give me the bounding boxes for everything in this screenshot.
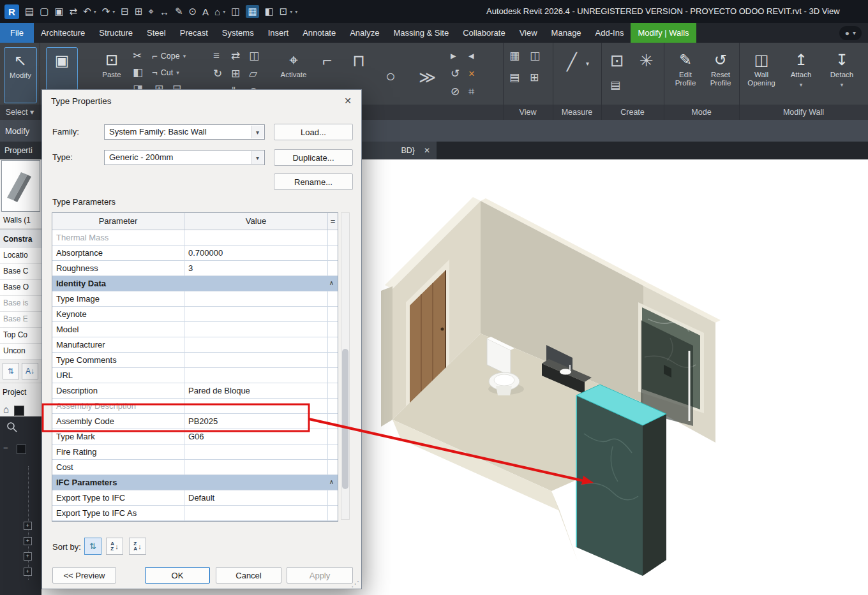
cut-profile-icon[interactable]: ⌐ [322,52,332,70]
ribbon-tab-systems[interactable]: Systems [215,23,261,43]
property-row-top-co[interactable]: Top Co [0,328,41,344]
ribbon-tab-precast[interactable]: Precast [173,23,215,43]
preview-button[interactable]: << Preview [52,567,116,584]
modify-select-button[interactable]: ↖ Modify [4,47,37,103]
ribbon-tab-insert[interactable]: Insert [261,23,296,43]
assoc-toggle-fire-rating[interactable] [328,444,338,459]
qat-customize-icon[interactable]: ▾ [295,9,297,15]
ribbon-tab-structure[interactable]: Structure [92,23,140,43]
reset-profile-button[interactable]: ↺ Reset Profile [705,47,737,103]
assoc-toggle-assembly-code[interactable] [328,414,338,429]
panel-label-measure[interactable]: Measure [553,105,601,120]
param-value-thermal-mass[interactable] [184,230,328,245]
close-hidden-icon[interactable]: ◧ [265,6,274,17]
ribbon-tab-analyze[interactable]: Analyze [343,23,386,43]
switch-windows-icon[interactable]: ⊡ [280,6,288,17]
family-select[interactable]: System Family: Basic Wall ▾ [104,124,265,140]
undo-icon[interactable]: ↶ [83,6,91,17]
home-dropdown-icon[interactable]: ▾ [223,9,225,15]
legend-component-icon[interactable]: ▤ [610,80,620,91]
print-icon[interactable]: ⊟ [121,6,129,17]
section-box-icon[interactable]: ◫ [530,50,540,62]
param-row-thermal-mass[interactable]: Thermal Mass [52,230,338,246]
section-icon[interactable]: ◫ [231,6,240,17]
resize-grip[interactable]: ⋰ [351,579,359,589]
offset-icon[interactable]: ⇄ [231,50,240,62]
ribbon-tab-modify-walls[interactable]: Modify | Walls [631,23,696,43]
param-value-assembly-code[interactable]: PB2025 [184,414,328,429]
param-value-fire-rating[interactable] [184,444,328,459]
wall-arrows-icon[interactable]: ≫ [419,68,436,86]
param-row-cost[interactable]: Cost [52,460,338,475]
param-row-url[interactable]: URL [52,368,338,383]
assoc-toggle-thermal-mass[interactable] [328,230,338,245]
sort-ascending-button[interactable]: AZ ↓ [106,538,123,555]
revit-logo[interactable]: R [4,4,19,19]
array-icon[interactable]: ⊞ [231,68,240,80]
dialog-titlebar[interactable]: Type Properties ✕ [42,90,361,112]
cope-button[interactable]: ⌐ Cope ▾ [152,50,186,61]
account-menu[interactable]: ●▾ [839,26,862,40]
property-row-locatio[interactable]: Locatio [0,248,41,264]
param-row-fire-rating[interactable]: Fire Rating [52,444,338,460]
thin-lines-icon[interactable]: ▦ [246,5,258,18]
rotate-icon[interactable]: ↻ [213,68,222,80]
ribbon-tab-architecture[interactable]: Architecture [34,23,92,43]
type-select[interactable]: Generic - 200mm ▾ [104,150,265,165]
param-value-manufacturer[interactable] [184,337,328,352]
cut-geometry-button[interactable]: ¬ Cut ▾ [152,67,179,78]
ribbon-tab-file[interactable]: File [0,23,34,43]
collapse-icon[interactable]: − [3,443,8,453]
param-row-type-image[interactable]: Type Image [52,291,338,307]
thin-lines-view-icon[interactable]: ▦ [509,50,520,62]
property-row-base-o[interactable]: Base O [0,280,41,296]
panel-label-create[interactable]: Create [601,105,664,120]
param-value-type-mark[interactable]: G06 [184,429,328,444]
switch-dropdown-icon[interactable]: ▾ [290,9,292,15]
pattern-icon[interactable]: ⌗ [468,86,475,98]
wall-opening-button[interactable]: ◫ Wall Opening [743,47,780,103]
param-value-type-comments[interactable] [184,353,328,367]
param-value-model[interactable] [184,322,328,337]
text-icon[interactable]: A [202,6,209,17]
tree-node-icon[interactable] [17,444,26,454]
assoc-toggle-absorptance[interactable] [328,246,338,260]
apply-button[interactable]: Apply [287,567,353,584]
cancel-button[interactable]: Cancel [216,567,281,584]
sort-alpha-icon[interactable]: A↓ [22,363,38,379]
param-value-keynote[interactable] [184,307,328,321]
visibility-graphics-icon[interactable]: ▤ [509,72,520,84]
dimension-icon[interactable]: ↔ [160,6,169,17]
copy-to-clipboard-icon[interactable]: ◧ [133,67,143,78]
param-value-description[interactable]: Pared de Bloque [184,383,328,398]
assoc-toggle-url[interactable] [328,368,338,383]
demolish-icon[interactable]: ○ [385,67,396,85]
table-scrollbar[interactable] [341,212,350,520]
reveal-hidden-icon[interactable]: ⊞ [530,72,539,84]
shorten-icon[interactable]: ◂ [468,50,474,62]
disallow-join-icon[interactable]: ⊘ [451,86,460,98]
property-row-base-e[interactable]: Base E [0,312,41,328]
param-value-roughness[interactable]: 3 [184,261,328,275]
project-browser-title[interactable]: Project [0,383,41,401]
transfer-icon[interactable]: ⇄ [70,6,78,17]
expand-icon[interactable]: + [24,537,32,545]
param-row-identity-data[interactable]: Identity Data∧ [52,276,338,291]
redo-dropdown-icon[interactable]: ▾ [112,9,115,15]
rename-button[interactable]: Rename... [274,173,353,190]
assoc-toggle-export-type-to-ifc-as[interactable] [328,506,338,520]
collapse-chevron-icon[interactable]: ∧ [329,478,334,485]
modify-cursor-icon[interactable]: ⌖ [148,6,153,17]
ribbon-tab-collaborate[interactable]: Collaborate [456,23,513,43]
duplicate-button[interactable]: Duplicate... [274,149,353,166]
undo-dropdown-icon[interactable]: ▾ [94,9,96,15]
expand-icon[interactable]: + [24,568,32,576]
panel-label-modify-wall[interactable]: Modify Wall [739,105,868,120]
load-button[interactable]: Load... [274,124,353,140]
ribbon-tab-massing-site[interactable]: Massing & Site [386,23,456,43]
param-value-url[interactable] [184,368,328,383]
scrollbar-thumb[interactable] [342,349,348,489]
param-row-roughness[interactable]: Roughness3 [52,261,338,276]
param-value-export-type-to-ifc-as[interactable] [184,506,328,520]
properties-palette-title[interactable]: Properti [0,142,41,159]
